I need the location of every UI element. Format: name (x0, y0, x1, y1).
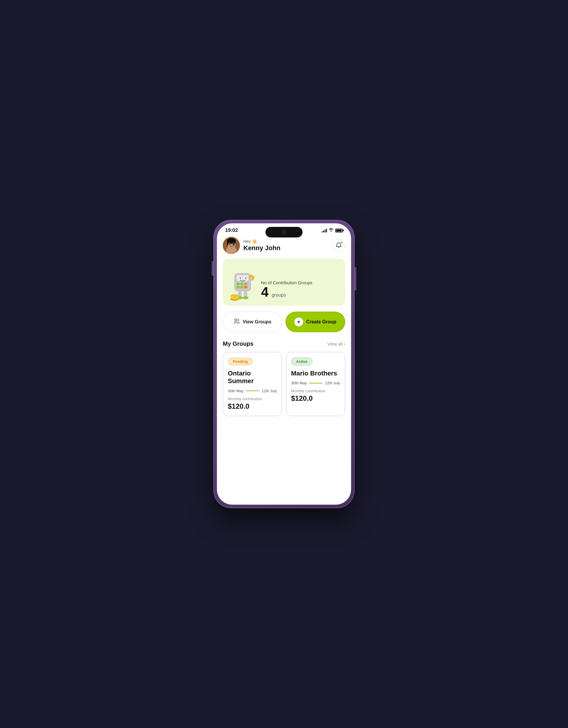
app-content: Hey 👋 Kenny John (217, 236, 351, 498)
date-range-ontario: 30th May 12th July (228, 389, 277, 393)
wifi-icon (329, 228, 333, 233)
banner-count: 4 (261, 284, 269, 300)
svg-rect-19 (237, 283, 240, 285)
svg-rect-20 (240, 283, 243, 285)
create-group-button[interactable]: + Create Group (285, 312, 345, 332)
plus-icon: + (297, 319, 300, 325)
phone-frame: 19:02 (213, 220, 355, 508)
view-all-link[interactable]: View all › (328, 341, 345, 346)
status-icons (322, 228, 343, 233)
date-range-mario: 30th May 12th July (291, 381, 340, 385)
svg-point-17 (240, 277, 241, 279)
svg-point-18 (245, 277, 246, 279)
signal-bars-icon (322, 228, 327, 232)
greeting-block: Hey 👋 Kenny John (243, 239, 280, 252)
avatar-image (223, 237, 240, 254)
banner-count-label: groups (272, 292, 286, 297)
svg-rect-21 (244, 283, 247, 285)
status-bar: 19:02 (217, 223, 351, 236)
banner-label: No of Contribution Groups (261, 280, 339, 285)
notification-dot (340, 241, 343, 244)
svg-rect-14 (237, 275, 249, 281)
view-groups-button[interactable]: View Groups (223, 312, 282, 332)
svg-point-35 (235, 319, 237, 321)
user-name: Kenny John (243, 244, 280, 252)
svg-rect-24 (244, 286, 247, 288)
date-start-mario: 30th May (291, 381, 307, 385)
status-time: 19:02 (225, 227, 238, 233)
group-cards-list: Pending Ontario Summer 30th May 12th Jul… (223, 352, 345, 422)
section-title: My Groups (223, 340, 253, 347)
section-header: My Groups View all › (223, 340, 345, 347)
group-name-ontario: Ontario Summer (228, 370, 277, 385)
battery-icon (335, 229, 343, 232)
action-buttons: View Groups + Create Group (223, 312, 345, 332)
contribution-amount-ontario: $120.0 (228, 402, 277, 410)
contribution-amount-mario: $120.0 (291, 394, 340, 403)
svg-point-30 (243, 296, 248, 299)
group-card-mario[interactable]: Active Mario Brothers 30th May 12th July… (286, 352, 345, 416)
date-line (246, 390, 259, 391)
user-info: Hey 👋 Kenny John (223, 237, 280, 254)
avatar (223, 237, 240, 254)
banner-text: No of Contribution Groups 4 groups (261, 280, 339, 306)
group-name-mario: Mario Brothers (291, 370, 340, 377)
dynamic-island (265, 227, 303, 237)
status-badge-pending: Pending (228, 358, 253, 365)
svg-rect-6 (227, 241, 228, 246)
date-end-mario: 12th July (325, 381, 340, 385)
mascot-illustration: $ (229, 267, 258, 306)
plus-icon-circle: + (294, 318, 303, 326)
greeting-text: Hey 👋 (243, 239, 280, 244)
svg-point-34 (230, 294, 239, 297)
svg-rect-23 (240, 286, 243, 288)
group-card-ontario[interactable]: Pending Ontario Summer 30th May 12th Jul… (223, 352, 282, 416)
camera-dot (282, 230, 286, 234)
contribution-label-ontario: Monthly contribution (228, 397, 277, 401)
date-line-mario (309, 383, 322, 383)
svg-rect-9 (235, 240, 235, 244)
status-badge-active: Active (291, 358, 313, 365)
contribution-banner: $ (223, 259, 345, 306)
date-end-ontario: 12th July (262, 389, 277, 393)
create-group-label: Create Group (306, 319, 336, 325)
date-start-ontario: 30th May (228, 389, 243, 393)
banner-count-row: 4 groups (261, 285, 339, 299)
app-header: Hey 👋 Kenny John (223, 237, 345, 254)
phone-screen: 19:02 (217, 223, 351, 505)
view-groups-label: View Groups (243, 319, 272, 325)
contribution-label-mario: Monthly contribution (291, 389, 340, 393)
svg-rect-22 (237, 286, 240, 288)
view-all-text: View all (328, 341, 343, 346)
notification-button[interactable] (332, 239, 345, 252)
people-icon (233, 318, 240, 326)
my-groups-section: My Groups View all › Pending Ontario Sum… (223, 340, 345, 422)
chevron-right-icon: › (344, 341, 345, 346)
